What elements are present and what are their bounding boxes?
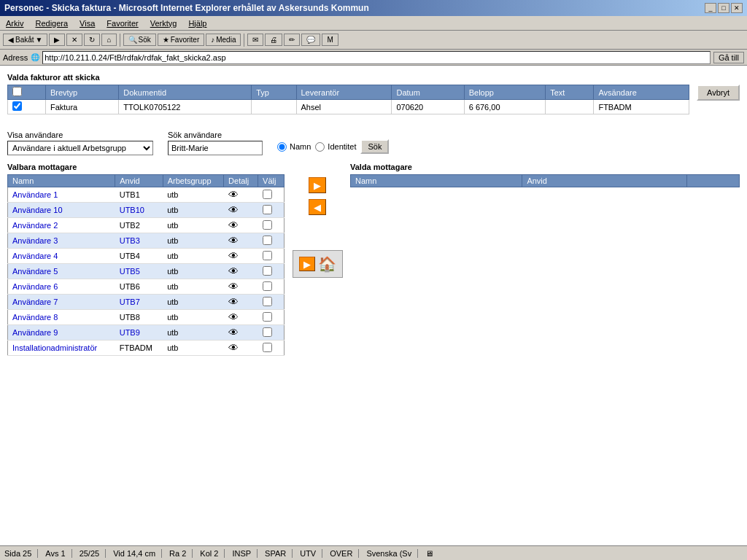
valj-checkbox[interactable] (263, 312, 272, 322)
radio-identitet[interactable] (315, 142, 325, 152)
eye-icon[interactable]: 👁 (228, 281, 239, 292)
eye-icon[interactable]: 👁 (228, 235, 239, 246)
refresh-button[interactable]: ↻ (84, 34, 100, 46)
msn-button[interactable]: M (322, 34, 338, 46)
send-arrow-button[interactable]: ▶ (299, 257, 315, 271)
valj-checkbox[interactable] (263, 251, 272, 260)
eye-icon[interactable]: 👁 (228, 265, 239, 277)
eye-icon[interactable]: 👁 (228, 204, 239, 216)
sok-button[interactable]: Sök (360, 139, 389, 154)
home-button[interactable]: ⌂ (101, 34, 116, 46)
valbara-detalj[interactable]: 👁 (224, 264, 258, 279)
eye-icon[interactable]: 👁 (228, 327, 239, 338)
radio-namn-label[interactable]: Namn (277, 142, 311, 152)
menu-visa[interactable]: Visa (77, 18, 98, 28)
valbara-arbetsgrupp: utb (163, 218, 223, 233)
valbara-detalj[interactable]: 👁 (224, 218, 258, 233)
favorites-button[interactable]: ★ Favoriter (158, 34, 204, 46)
search-button[interactable]: 🔍 Sök (123, 34, 156, 46)
valbara-namn[interactable]: Användare 4 (8, 249, 115, 264)
valbara-namn[interactable]: Installationadministratör (8, 341, 115, 356)
valbara-detalj[interactable]: 👁 (224, 325, 258, 341)
menu-verktyg[interactable]: Verktyg (147, 18, 180, 28)
menu-hjalp[interactable]: Hjälp (185, 18, 209, 28)
valbara-detalj[interactable]: 👁 (224, 203, 258, 218)
valbara-valj[interactable] (258, 187, 285, 203)
sok-input[interactable] (168, 141, 263, 155)
valj-checkbox[interactable] (263, 327, 272, 337)
go-button[interactable]: Gå till (713, 52, 744, 63)
valbara-detalj[interactable]: 👁 (224, 187, 258, 203)
address-input[interactable] (42, 51, 711, 64)
back-button[interactable]: ◀ Bakåt ▼ (3, 34, 47, 46)
valbara-valj[interactable] (258, 264, 285, 279)
valda-col-namn: Namn (351, 175, 522, 187)
valbara-namn[interactable]: Användare 2 (8, 218, 115, 233)
eye-icon[interactable]: 👁 (228, 250, 239, 262)
valbara-namn[interactable]: Användare 6 (8, 279, 115, 295)
col-avsandare: Avsändare (594, 85, 689, 100)
valj-checkbox[interactable] (263, 205, 272, 214)
visa-select[interactable]: Användare i aktuell Arbetsgrupp (7, 141, 153, 155)
valbara-valj[interactable] (258, 203, 285, 218)
row-check[interactable] (8, 100, 46, 114)
valbara-valj[interactable] (258, 249, 285, 264)
valbara-row: Användare 2 UTB2 utb 👁 (8, 218, 285, 233)
valj-checkbox[interactable] (263, 343, 272, 352)
valj-checkbox[interactable] (263, 281, 272, 291)
valbara-valj[interactable] (258, 279, 285, 295)
remove-arrow-button[interactable]: ◀ (309, 199, 326, 215)
valbara-valj[interactable] (258, 218, 285, 233)
edit-button[interactable]: ✏ (284, 34, 300, 46)
valbara-namn[interactable]: Användare 7 (8, 295, 115, 310)
valbara-namn[interactable]: Användare 5 (8, 264, 115, 279)
valbara-detalj[interactable]: 👁 (224, 295, 258, 310)
forward-button[interactable]: ▶ (49, 34, 65, 46)
valbara-row: Installationadministratör FTBADM utb 👁 (8, 341, 285, 356)
menu-redigera[interactable]: Redigera (32, 18, 71, 28)
media-button[interactable]: ♪ Media (206, 34, 241, 46)
eye-icon[interactable]: 👁 (228, 296, 239, 308)
close-button[interactable]: ✕ (731, 3, 743, 13)
valbara-valj[interactable] (258, 295, 285, 310)
valbara-namn[interactable]: Användare 3 (8, 233, 115, 249)
valbara-arbetsgrupp: utb (163, 341, 223, 356)
eye-icon[interactable]: 👁 (228, 189, 239, 201)
valj-checkbox[interactable] (263, 236, 272, 245)
eye-icon[interactable]: 👁 (228, 311, 239, 323)
valbara-namn[interactable]: Användare 8 (8, 310, 115, 325)
valbara-namn[interactable]: Användare 9 (8, 325, 115, 341)
add-arrow-button[interactable]: ▶ (309, 177, 326, 193)
valbara-valj[interactable] (258, 310, 285, 325)
eye-icon[interactable]: 👁 (228, 342, 239, 354)
discuss-button[interactable]: 💬 (301, 34, 320, 46)
eye-icon[interactable]: 👁 (228, 219, 239, 231)
valj-checkbox[interactable] (263, 297, 272, 306)
mail-button[interactable]: ✉ (247, 34, 263, 46)
valbara-detalj[interactable]: 👁 (224, 233, 258, 249)
valbara-detalj[interactable]: 👁 (224, 249, 258, 264)
radio-identitet-label[interactable]: Identitet (315, 142, 356, 152)
valbara-detalj[interactable]: 👁 (224, 341, 258, 356)
row-checkbox[interactable] (12, 101, 22, 111)
valj-checkbox[interactable] (263, 220, 272, 230)
valbara-valj[interactable] (258, 233, 285, 249)
menu-favoriter[interactable]: Favoriter (104, 18, 141, 28)
col-brevtyp: Brevtyp (45, 85, 118, 100)
valbara-valj[interactable] (258, 325, 285, 341)
radio-namn[interactable] (277, 142, 287, 152)
minimize-button[interactable]: _ (705, 3, 716, 13)
maximize-button[interactable]: □ (718, 3, 729, 13)
valbara-valj[interactable] (258, 341, 285, 356)
stop-button[interactable]: ✕ (66, 34, 82, 46)
valbara-namn[interactable]: Användare 10 (8, 203, 115, 218)
select-all-checkbox[interactable] (12, 87, 22, 96)
valbara-detalj[interactable]: 👁 (224, 310, 258, 325)
valbara-detalj[interactable]: 👁 (224, 279, 258, 295)
print-button[interactable]: 🖨 (265, 34, 282, 46)
menu-arkiv[interactable]: Arkiv (3, 18, 26, 28)
avbryt-button[interactable]: Avbryt (697, 85, 740, 101)
valj-checkbox[interactable] (263, 266, 272, 276)
valbara-namn[interactable]: Användare 1 (8, 187, 115, 203)
valj-checkbox[interactable] (263, 190, 272, 199)
